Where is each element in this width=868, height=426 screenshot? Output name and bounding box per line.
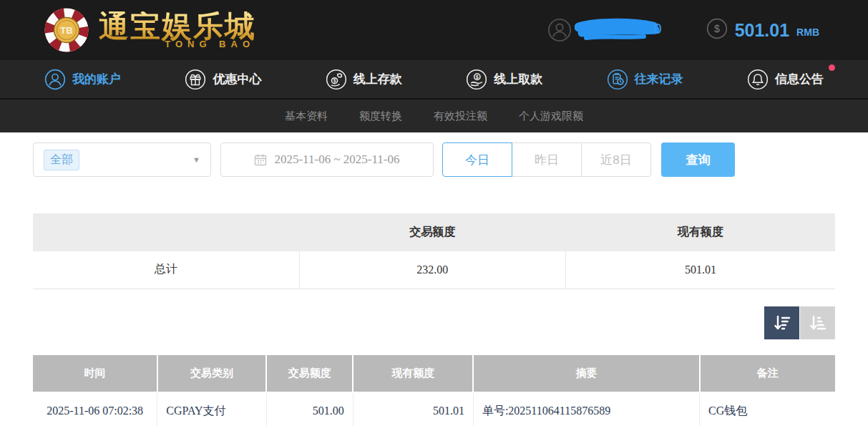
summary-total-balance: 501.01 [565, 251, 835, 289]
site-subtitle: TONG BAO [165, 39, 255, 49]
brand-logo[interactable]: TB 通宝娱乐城 TONG BAO [43, 6, 256, 54]
nav-label: 信息公告 [775, 71, 824, 87]
quick-btn-yesterday[interactable]: 昨日 [512, 142, 582, 177]
subnav-item-game-limit[interactable]: 个人游戏限额 [519, 110, 583, 123]
summary-header-transaction: 交易额度 [299, 213, 565, 251]
cell-note: CG钱包 [700, 392, 835, 426]
subnav-item-quota-transfer[interactable]: 额度转换 [359, 110, 402, 123]
username-redacted: 0 [575, 18, 662, 42]
summary-total-label: 总计 [33, 251, 299, 289]
col-header-type: 交易类别 [157, 355, 266, 392]
summary-total-row: 总计 232.00 501.01 [33, 251, 835, 289]
selected-type-chip: 全部 [44, 150, 79, 170]
nav-label: 往来记录 [635, 71, 683, 87]
summary-total-transaction: 232.00 [299, 251, 565, 289]
account-info[interactable]: 0 [547, 18, 662, 42]
col-header-note: 备注 [700, 355, 835, 392]
col-header-balance: 现有额度 [353, 355, 473, 392]
bell-icon [747, 69, 769, 90]
sort-ascending-button[interactable] [800, 306, 835, 339]
subnav-item-valid-bets[interactable]: 有效投注额 [434, 110, 487, 123]
nav-item-announcements[interactable]: 信息公告 [747, 69, 824, 90]
site-title: 通宝娱乐城 [99, 11, 256, 42]
cell-amount: 501.00 [266, 392, 353, 426]
sort-descending-button[interactable] [764, 306, 799, 339]
deposit-icon: $ [326, 69, 347, 90]
redaction-scribble-icon [575, 18, 662, 42]
sort-controls [33, 306, 835, 339]
nav-item-promotions[interactable]: 优惠中心 [185, 69, 261, 90]
records-header-row: 时间 交易类别 交易额度 现有额度 摘要 备注 [33, 355, 835, 392]
summary-header-row: 交易额度 现有额度 [33, 213, 835, 251]
records-icon [607, 69, 628, 90]
cell-time: 2025-11-06 07:02:38 [33, 392, 157, 426]
search-button[interactable]: 查询 [661, 142, 735, 177]
table-row: 2025-11-06 07:02:38 CGPAY支付 501.00 501.0… [33, 392, 835, 426]
poker-chip-icon: TB [43, 6, 90, 54]
summary-header-balance: 现有额度 [565, 213, 835, 251]
date-range-value: 2025-11-06 ~ 2025-11-06 [274, 153, 399, 167]
nav-label: 线上取款 [494, 71, 542, 87]
main-content: 全部 ▼ 2025-11-06 ~ 2025-11-06 今日 昨日 近8日 查… [0, 142, 868, 426]
cell-summary: 单号:202511064115876589 [473, 392, 699, 426]
summary-table: 交易额度 现有额度 总计 232.00 501.01 [33, 213, 835, 289]
nav-label: 线上存款 [353, 71, 402, 87]
nav-label: 我的账户 [72, 71, 121, 87]
col-header-summary: 摘要 [473, 355, 699, 392]
sub-nav: 基本资料 额度转换 有效投注额 个人游戏限额 [0, 98, 868, 132]
sort-descending-icon [773, 314, 791, 332]
chevron-down-icon: ▼ [192, 155, 200, 164]
gift-icon [185, 69, 206, 90]
filter-row: 全部 ▼ 2025-11-06 ~ 2025-11-06 今日 昨日 近8日 查… [33, 142, 835, 177]
nav-item-records[interactable]: 往来记录 [607, 69, 683, 90]
cell-balance: 501.01 [353, 392, 473, 426]
main-nav: 我的账户 优惠中心 $ 线上存款 $ 线上取款 [0, 60, 868, 98]
nav-item-my-account[interactable]: 我的账户 [44, 69, 121, 90]
notification-dot [829, 64, 835, 71]
svg-text:TB: TB [60, 25, 72, 36]
col-header-time: 时间 [33, 355, 157, 392]
balance-display[interactable]: $ 501.01 RMB [706, 18, 819, 42]
calendar-icon [254, 153, 267, 166]
nav-item-withdraw[interactable]: $ 线上取款 [466, 69, 542, 90]
date-range-input[interactable]: 2025-11-06 ~ 2025-11-06 [220, 142, 434, 177]
svg-text:$: $ [476, 74, 479, 79]
quick-btn-last8days[interactable]: 近8日 [581, 142, 651, 177]
withdraw-icon: $ [466, 69, 487, 90]
user-avatar-icon [547, 18, 572, 42]
svg-text:$: $ [714, 23, 720, 34]
quick-date-group: 今日 昨日 近8日 [442, 142, 651, 177]
balance-currency: RMB [796, 26, 819, 38]
user-icon [44, 69, 66, 90]
balance-amount: 501.01 [735, 20, 789, 41]
nav-item-deposit[interactable]: $ 线上存款 [326, 69, 402, 90]
summary-header-empty [33, 213, 299, 251]
col-header-amount: 交易额度 [266, 355, 353, 392]
sort-ascending-icon [809, 314, 827, 332]
quick-btn-today[interactable]: 今日 [442, 142, 512, 177]
records-table: 时间 交易类别 交易额度 现有额度 摘要 备注 2025-11-06 07:02… [33, 355, 835, 426]
svg-text:$: $ [333, 78, 336, 84]
cell-type: CGPAY支付 [157, 392, 266, 426]
dollar-icon: $ [706, 18, 728, 42]
transaction-type-select[interactable]: 全部 ▼ [33, 142, 211, 177]
subnav-item-basic-info[interactable]: 基本资料 [285, 110, 328, 123]
top-header: TB 通宝娱乐城 TONG BAO 0 [0, 0, 868, 60]
nav-label: 优惠中心 [213, 71, 261, 87]
